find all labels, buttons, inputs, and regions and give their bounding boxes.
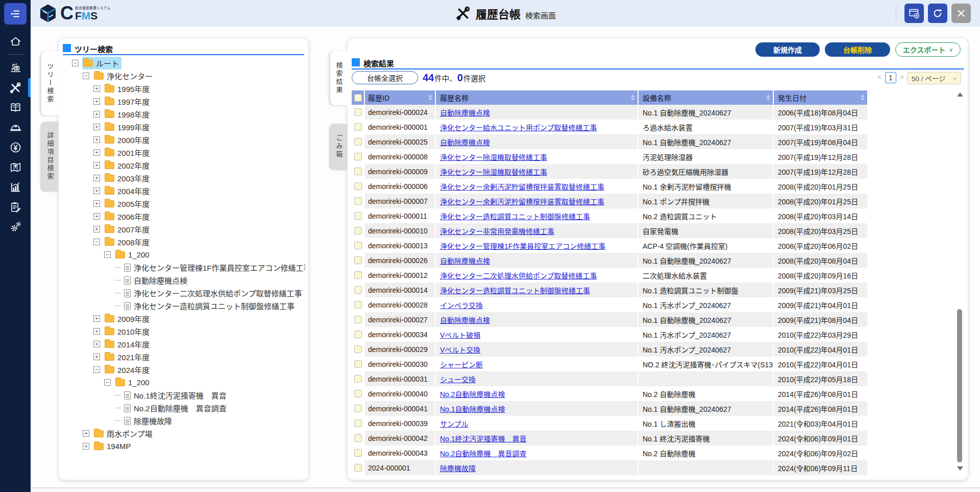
history-link[interactable]: 自動除塵機点検 (440, 137, 490, 147)
history-link[interactable]: Vベルト交換 (440, 344, 480, 355)
sidebar-item-analytics[interactable] (0, 177, 31, 197)
tree-node[interactable]: 自動除塵機点検 (62, 274, 305, 287)
history-link[interactable]: 浄化センター給水ユニット用ポンプ取替修繕工事 (440, 122, 597, 132)
row-checkbox[interactable] (354, 375, 362, 383)
menu-toggle-button[interactable] (4, 3, 27, 25)
history-link[interactable]: 浄化センター造粒調質ユニット制御盤修繕工事 (440, 211, 590, 221)
row-checkbox[interactable] (354, 464, 362, 472)
row-checkbox[interactable] (354, 153, 362, 160)
tree-expander[interactable]: + (93, 315, 100, 322)
tree-node[interactable]: 浄化センター造粒調質ユニット制御盤修繕工事 (62, 299, 305, 312)
row-checkbox[interactable] (354, 286, 362, 294)
tree-node[interactable]: +2005年度 (62, 197, 305, 210)
tree-expander[interactable]: + (93, 328, 100, 335)
tree-node[interactable]: +雨水ポンプ場 (62, 427, 305, 440)
sort-icons[interactable] (428, 95, 432, 101)
history-link[interactable]: 自動除塵機点検 (440, 107, 490, 118)
create-new-button[interactable]: 新規作成 (755, 42, 820, 57)
history-link[interactable]: 浄化センター除湿機取替修繕工事 (440, 167, 547, 177)
tree-expander[interactable]: + (93, 98, 100, 105)
tree-node[interactable]: +1995年度 (62, 82, 305, 95)
sidebar-item-inspection[interactable] (0, 197, 31, 217)
history-link[interactable]: サンプル (440, 418, 469, 429)
tree-node[interactable]: +2001年度 (62, 146, 305, 159)
tree-expander[interactable]: − (93, 239, 100, 245)
row-checkbox[interactable] (354, 168, 362, 175)
tree-expander[interactable]: + (83, 443, 89, 450)
history-link[interactable]: No.1終沈汚泥掻寄機 異音 (440, 433, 527, 443)
tab-trash[interactable]: ごみ箱 (330, 124, 348, 170)
tree-expander[interactable]: + (93, 136, 100, 143)
close-button[interactable] (951, 4, 971, 23)
row-checkbox[interactable] (354, 227, 362, 235)
tree-expander[interactable]: + (93, 149, 100, 156)
sidebar-item-history-ledger[interactable] (0, 78, 31, 98)
history-link[interactable]: 浄化センター非常用発電機修繕工事 (440, 226, 554, 236)
row-checkbox[interactable] (354, 390, 362, 397)
tree-node[interactable]: No.1終沈汚泥掻寄機 異音 (62, 389, 305, 402)
tree-expander[interactable]: + (93, 111, 100, 118)
tree-node[interactable]: +1998年度 (62, 108, 305, 121)
sidebar-item-home[interactable] (0, 32, 31, 52)
select-all-checkbox[interactable] (354, 94, 362, 102)
tab-search-results[interactable]: 検索結果 (330, 51, 348, 105)
app-logo[interactable]: C 総合施設管理システム FMS (38, 3, 111, 24)
tree-expander[interactable]: + (93, 354, 100, 360)
prev-page-button[interactable]: < (877, 73, 881, 81)
tree-node[interactable]: +2000年度 (62, 133, 305, 146)
tree-expander[interactable]: + (93, 175, 100, 181)
history-link[interactable]: シャーピン断 (440, 359, 483, 369)
tree-node[interactable]: 除塵機故障 (62, 414, 305, 427)
tree-expander[interactable]: + (93, 213, 100, 220)
history-link[interactable]: 浄化センター二次処理水供給ポンプ取替修繕工事 (440, 270, 597, 280)
history-link[interactable]: 浄化センター除湿機取替修繕工事 (440, 152, 547, 162)
row-checkbox[interactable] (354, 316, 362, 323)
page-number[interactable]: 1 (885, 72, 896, 83)
row-checkbox[interactable] (354, 360, 362, 368)
history-link[interactable]: No.2自動除塵機 異音調査 (440, 448, 527, 458)
tree-node[interactable]: +1997年度 (62, 95, 305, 108)
tab-detail-search[interactable]: 詳細項目検索 (41, 122, 59, 191)
history-link[interactable]: 浄化センター管理棟1F作業員控室エアコン修繕工事 (440, 241, 605, 251)
tree-node[interactable]: +2021年度 (62, 350, 305, 363)
tree-node[interactable]: +194MP (62, 440, 305, 453)
row-checkbox[interactable] (354, 271, 362, 279)
row-checkbox[interactable] (354, 256, 362, 264)
row-checkbox[interactable] (354, 331, 362, 338)
tree-node[interactable]: −ルート (62, 57, 305, 69)
column-header-2[interactable]: 履歴名称 (436, 90, 639, 105)
row-checkbox[interactable] (354, 123, 362, 131)
tree-expander[interactable]: + (93, 85, 100, 92)
row-checkbox[interactable] (354, 301, 362, 309)
tree-node[interactable]: 浄化センター二次処理水供給ポンプ取替修繕工事 (62, 287, 305, 299)
sort-icons[interactable] (631, 95, 635, 101)
row-checkbox[interactable] (354, 182, 362, 190)
export-button[interactable]: エクスポート ∨ (895, 42, 961, 57)
tree-node[interactable]: +2002年度 (62, 159, 305, 172)
select-all-button[interactable]: 台帳全選択 (352, 71, 418, 84)
row-checkbox[interactable] (354, 108, 362, 116)
clear-cache-button[interactable] (904, 4, 924, 23)
page-size-select[interactable]: 50 / ページ ∨ (907, 72, 961, 84)
tree-expander[interactable]: − (83, 73, 89, 79)
sidebar-item-map[interactable] (0, 157, 31, 177)
tree-node[interactable]: +2006年度 (62, 210, 305, 223)
history-link[interactable]: 自動除塵機点検 (440, 255, 490, 266)
row-checkbox[interactable] (354, 345, 362, 353)
row-checkbox[interactable] (354, 405, 362, 412)
tree-expander[interactable]: − (104, 379, 111, 386)
tree-node[interactable]: −1_200 (62, 376, 305, 389)
tree-node[interactable]: −浄化センター (62, 69, 305, 82)
tree-node[interactable]: −2024年度 (62, 363, 305, 376)
tree-node[interactable]: −1_200 (62, 248, 305, 261)
sidebar-item-settings[interactable] (0, 217, 31, 237)
tree-node[interactable]: +2014年度 (62, 338, 305, 350)
tree-expander[interactable]: + (93, 200, 100, 207)
row-checkbox[interactable] (354, 449, 362, 457)
row-checkbox[interactable] (354, 138, 362, 146)
history-link[interactable]: 除塵機故障 (440, 463, 476, 473)
tree-expander[interactable]: − (104, 251, 111, 258)
sidebar-item-cost[interactable] (0, 137, 31, 157)
column-header-3[interactable]: 設備名称 (639, 90, 774, 105)
refresh-button[interactable] (928, 4, 947, 23)
